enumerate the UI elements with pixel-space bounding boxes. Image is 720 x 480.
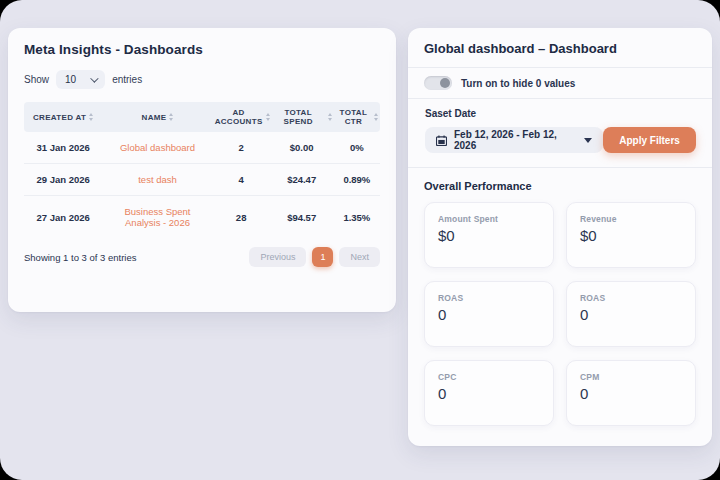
column-header-created-at[interactable]: CREATED AT <box>24 102 102 132</box>
stat-card-revenue: Revenue $0 <box>566 202 696 268</box>
stat-card-amount-spent: Amount Spent $0 <box>424 202 554 268</box>
dashboard-link[interactable]: Business Spent Analysis - 2026 <box>124 206 190 228</box>
cell-ad-accounts: 4 <box>213 164 270 196</box>
cell-created-at: 31 Jan 2026 <box>24 132 102 164</box>
apply-filters-button[interactable]: Apply Filters <box>603 127 696 153</box>
app-screen: Meta Insights - Dashboards Show 10 entri… <box>0 0 720 480</box>
date-range-value: Feb 12, 2026 - Feb 12, 2026 <box>454 129 568 151</box>
dashboard-link[interactable]: test dash <box>138 174 177 185</box>
dashboards-table: CREATED AT NAME AD ACCOUNTS TOTAL SPEND … <box>24 102 380 238</box>
sort-icon <box>169 113 173 121</box>
sort-icon <box>374 113 378 121</box>
stat-label: ROAS <box>580 293 682 303</box>
dashboard-title: Global dashboard – Dashboard <box>424 41 696 56</box>
stat-value: $0 <box>580 227 682 244</box>
stat-card-cpm: CPM 0 <box>566 360 696 426</box>
show-label: Show <box>24 74 49 85</box>
dashboards-panel: Meta Insights - Dashboards Show 10 entri… <box>8 28 396 312</box>
stat-value: 0 <box>438 306 540 323</box>
sort-icon <box>266 113 270 121</box>
stat-card-grid: Amount Spent $0 Revenue $0 ROAS 0 ROAS 0… <box>424 202 696 426</box>
cell-ad-accounts: 28 <box>213 196 270 239</box>
dashboard-link[interactable]: Global dashboard <box>120 142 195 153</box>
toggle-label: Turn on to hide 0 values <box>461 78 575 89</box>
caret-down-icon <box>584 138 592 143</box>
stat-value: $0 <box>438 227 540 244</box>
page-number-button[interactable]: 1 <box>312 247 333 267</box>
stat-value: 0 <box>438 385 540 402</box>
table-header-row: CREATED AT NAME AD ACCOUNTS TOTAL SPEND … <box>24 102 380 132</box>
next-page-button[interactable]: Next <box>339 247 380 267</box>
entries-label: entries <box>112 74 142 85</box>
date-filter-label: Saset Date <box>425 108 696 119</box>
cell-created-at: 29 Jan 2026 <box>24 164 102 196</box>
sort-icon <box>89 113 93 121</box>
sort-icon <box>328 113 332 121</box>
date-range-picker[interactable]: Feb 12, 2026 - Feb 12, 2026 <box>425 127 603 153</box>
stat-card-cpc: CPC 0 <box>424 360 554 426</box>
toggle-knob <box>440 78 450 88</box>
table-row: 27 Jan 2026 Business Spent Analysis - 20… <box>24 196 380 239</box>
stat-card-roas-1: ROAS 0 <box>424 281 554 347</box>
table-row: 29 Jan 2026 test dash 4 $24.47 0.89% <box>24 164 380 196</box>
cell-created-at: 27 Jan 2026 <box>24 196 102 239</box>
previous-page-button[interactable]: Previous <box>249 247 306 267</box>
cell-ad-accounts: 2 <box>213 132 270 164</box>
stat-label: CPC <box>438 372 540 382</box>
stat-label: Amount Spent <box>438 214 540 224</box>
stat-value: 0 <box>580 385 682 402</box>
cell-total-ctr: 0.89% <box>334 164 380 196</box>
dashboard-detail-panel: Global dashboard – Dashboard Turn on to … <box>408 28 712 446</box>
column-header-ad-accounts[interactable]: AD ACCOUNTS <box>213 102 270 132</box>
calendar-icon <box>436 135 447 146</box>
table-row: 31 Jan 2026 Global dashboard 2 $0.00 0% <box>24 132 380 164</box>
cell-total-spend: $94.57 <box>270 196 334 239</box>
pagination: Showing 1 to 3 of 3 entries Previous 1 N… <box>24 247 380 267</box>
stat-card-roas-2: ROAS 0 <box>566 281 696 347</box>
chevron-down-icon <box>90 74 98 82</box>
cell-total-spend: $24.47 <box>270 164 334 196</box>
pagination-summary: Showing 1 to 3 of 3 entries <box>24 252 137 263</box>
hide-zero-values-toggle[interactable] <box>424 76 452 90</box>
stat-value: 0 <box>580 306 682 323</box>
column-header-name[interactable]: NAME <box>102 102 212 132</box>
stat-label: ROAS <box>438 293 540 303</box>
cell-total-spend: $0.00 <box>270 132 334 164</box>
column-header-total-ctr[interactable]: TOTAL CTR <box>334 102 380 132</box>
stat-label: Revenue <box>580 214 682 224</box>
page-size-value: 10 <box>65 74 76 85</box>
column-header-total-spend[interactable]: TOTAL SPEND <box>270 102 334 132</box>
performance-section-title: Overall Performance <box>424 180 696 192</box>
cell-total-ctr: 0% <box>334 132 380 164</box>
stat-label: CPM <box>580 372 682 382</box>
cell-total-ctr: 1.35% <box>334 196 380 239</box>
page-title: Meta Insights - Dashboards <box>24 42 380 57</box>
page-size-select[interactable]: 10 <box>56 70 105 89</box>
